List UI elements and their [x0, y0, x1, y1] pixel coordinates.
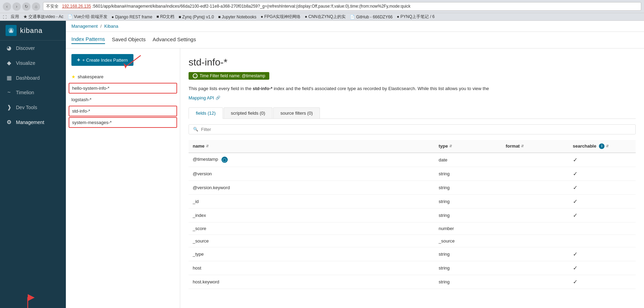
table-row: host string ✓: [189, 261, 636, 275]
field-name: _type: [193, 252, 204, 257]
bookmark-1[interactable]: ★ 交通事故video - Ac: [23, 14, 63, 20]
bookmark-9[interactable]: 📄 GitHub - 666DZY66: [350, 15, 393, 19]
cell-name: _id: [189, 194, 435, 208]
time-filter-badge-text: Time Filter field name: @timestamp: [200, 73, 265, 78]
tab-source-filters[interactable]: source filters (0): [273, 107, 320, 118]
index-item-hello-system-info[interactable]: hello-system-info-*: [69, 83, 177, 94]
cell-name: _score: [189, 222, 435, 235]
index-list: ★ shakespeare hello-system-info-* logsta…: [66, 71, 180, 128]
cell-name: @version.keyword: [189, 181, 435, 194]
searchable-checkmark: ✓: [573, 251, 577, 257]
sidebar-item-visualize[interactable]: ◆ Visualize: [0, 55, 66, 70]
sidebar-item-devtools-label: Dev Tools: [16, 105, 37, 110]
breadcrumb-management[interactable]: Management: [71, 24, 98, 29]
field-name: _source: [193, 238, 209, 244]
back-button[interactable]: ‹: [3, 2, 11, 11]
bookmark-4[interactable]: ■ RD文档: [156, 14, 174, 20]
tab-saved-objects[interactable]: Saved Objects: [112, 36, 146, 44]
clock-icon: ○: [193, 73, 198, 78]
table-row: _id string ✓: [189, 194, 636, 208]
cell-type: string: [435, 181, 502, 194]
cell-name: _source: [189, 235, 435, 247]
cell-name: _index: [189, 208, 435, 222]
searchable-sort-button[interactable]: searchable i ⇵: [573, 143, 632, 149]
format-column-label: format: [506, 143, 520, 149]
column-header-name: name ⇵: [189, 140, 435, 153]
browser-nav-buttons: ‹ › ↻ ⌂: [3, 2, 40, 11]
field-name: host.keyword: [193, 279, 219, 284]
sidebar-item-dashboard-label: Dashboard: [16, 75, 40, 81]
sidebar-item-dashboard[interactable]: ▦ Dashboard: [0, 70, 66, 85]
cell-searchable: ✓: [569, 275, 636, 289]
bookmark-apps[interactable]: 应用: [11, 14, 19, 20]
searchable-checkmark: ✓: [573, 185, 577, 191]
mapping-api-link[interactable]: Mapping API 🔗: [189, 95, 636, 100]
left-panel: + Create Index Pattern ★ shakespeare: [66, 49, 180, 308]
type-sort-icon: ⇵: [449, 144, 452, 148]
bookmarks-bar: ⛶ 应用 ★ 交通事故video - Ac 📄 Vue介绍·前端开发 ● Dja…: [0, 13, 644, 21]
breadcrumb-kibana[interactable]: Kibana: [104, 24, 118, 29]
management-icon: ⚙: [6, 119, 12, 125]
reload-button[interactable]: ↻: [22, 2, 31, 11]
sidebar: kibana ◕ Discover ◆ Visualize ▦ Dashboar…: [0, 21, 66, 308]
index-item-system-messages[interactable]: system-messages-*: [69, 117, 177, 128]
searchable-sort-icon: ⇵: [606, 144, 609, 148]
bookmark-7[interactable]: ● FPGA实现神经网络: [261, 14, 301, 20]
star-icon: ★: [71, 74, 76, 79]
address-bar[interactable]: 不安全 192.168.26.135 :5601/app/kibana#/man…: [43, 2, 641, 11]
cell-format: [502, 208, 569, 222]
cell-searchable: ✓: [569, 194, 636, 208]
index-item-logstash[interactable]: logstash-*: [66, 94, 180, 105]
kibana-logo-icon: [6, 25, 17, 36]
searchable-column-label: searchable: [573, 143, 597, 149]
index-pattern-title: std-info-*: [189, 57, 636, 68]
table-row: host.keyword string ✓: [189, 275, 636, 289]
type-sort-button[interactable]: type ⇵: [439, 143, 498, 149]
bookmark-6[interactable]: ■ Jupyter Notebooks: [218, 15, 256, 19]
cell-format: [502, 153, 569, 167]
breadcrumb: Management / Kibana: [66, 21, 644, 32]
cell-type: date: [435, 153, 502, 167]
cell-searchable: ✓: [569, 247, 636, 261]
sidebar-item-discover[interactable]: ◕ Discover: [0, 41, 66, 55]
tab-scripted-fields[interactable]: scripted fields (0): [224, 107, 272, 118]
forward-button[interactable]: ›: [12, 2, 21, 11]
cell-format: [502, 222, 569, 235]
searchable-info-icon[interactable]: i: [599, 143, 604, 149]
bookmark-8[interactable]: ● CNN在ZYNQ上的实: [305, 14, 346, 20]
tab-index-patterns[interactable]: Index Patterns: [71, 36, 105, 44]
filter-input[interactable]: [201, 127, 631, 132]
sidebar-item-timelion[interactable]: ~ Timelion: [0, 85, 66, 100]
app-layout: kibana ◕ Discover ◆ Visualize ▦ Dashboar…: [0, 21, 644, 308]
field-name: _index: [193, 213, 206, 218]
bookmark-2[interactable]: 📄 Vue介绍·前端开发: [68, 14, 107, 20]
bookmark-3[interactable]: ● Django REST frame: [112, 15, 153, 19]
timestamp-icon: ◯: [221, 157, 228, 163]
table-row: @version.keyword string ✓: [189, 181, 636, 194]
visualize-icon: ◆: [6, 60, 12, 66]
home-button[interactable]: ⌂: [32, 2, 40, 11]
sidebar-item-discover-label: Discover: [16, 45, 35, 51]
cell-searchable: [569, 235, 636, 247]
sidebar-item-devtools[interactable]: ❱ Dev Tools: [0, 100, 66, 115]
cell-format: [502, 181, 569, 194]
cell-name: host: [189, 261, 435, 275]
index-item-shakespeare-label: shakespeare: [78, 74, 103, 79]
searchable-checkmark: ✓: [573, 199, 577, 204]
sidebar-logo-text: kibana: [20, 27, 43, 35]
format-sort-button[interactable]: format ⇵: [506, 143, 565, 149]
main-content: Management / Kibana Index Patterns Saved…: [66, 21, 644, 308]
cell-type: string: [435, 261, 502, 275]
column-header-format: format ⇵: [502, 140, 569, 153]
table-row: @timestamp ◯ date ✓: [189, 153, 636, 167]
timelion-icon: ~: [6, 89, 12, 96]
bookmark-10[interactable]: ● PYNQ上手笔记 / 6: [397, 14, 435, 20]
dashboard-icon: ▦: [6, 74, 12, 81]
sidebar-item-management[interactable]: ⚙ Management: [0, 115, 66, 130]
tab-fields[interactable]: fields (12): [189, 107, 223, 119]
name-sort-button[interactable]: name ⇵: [193, 143, 430, 149]
bookmark-5[interactable]: ■ Zynq (Pynq) v1.0: [179, 15, 214, 19]
tab-advanced-settings[interactable]: Advanced Settings: [153, 36, 196, 44]
index-item-std-info[interactable]: std-info-*: [69, 106, 177, 116]
sidebar-item-timelion-label: Timelion: [16, 90, 34, 95]
